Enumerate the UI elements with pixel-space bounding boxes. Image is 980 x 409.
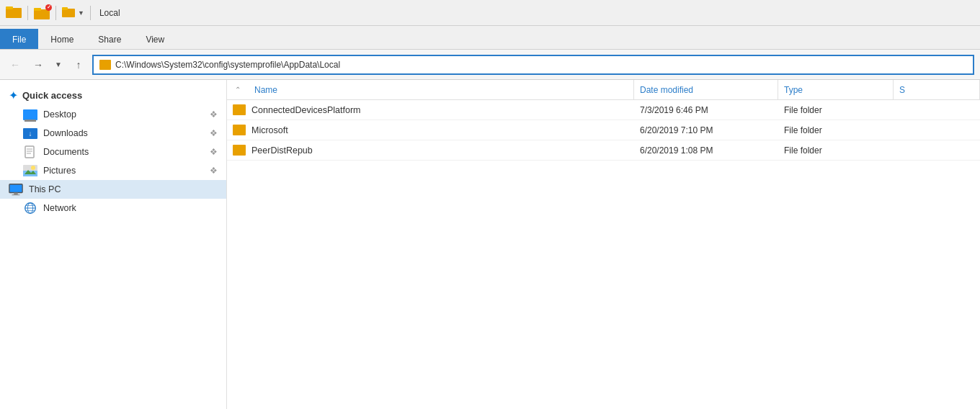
tab-file[interactable]: File: [0, 29, 38, 49]
svg-rect-2: [34, 9, 50, 19]
sidebar-item-desktop[interactable]: Desktop ❖: [0, 105, 226, 124]
folder-icon-row-0: [233, 104, 246, 115]
file-name-2: PeerDistRepub: [227, 145, 634, 156]
sidebar-item-network[interactable]: Network: [0, 199, 226, 217]
svg-rect-3: [34, 8, 41, 11]
folder-icon-1: [6, 5, 22, 20]
separator-3: [90, 6, 91, 20]
back-button[interactable]: ←: [6, 55, 24, 74]
this-pc-icon: [9, 184, 23, 195]
svg-point-13: [31, 166, 35, 170]
sidebar-item-pictures-label: Pictures: [43, 166, 204, 176]
main-content: ✦ Quick access Desktop ❖ ↓ Downloads ❖: [0, 80, 980, 409]
sort-arrow: ⌃: [227, 86, 249, 94]
tab-view[interactable]: View: [133, 29, 177, 49]
file-row-1[interactable]: Microsoft 6/20/2019 7:10 PM File folder: [227, 120, 980, 140]
svg-rect-5: [62, 7, 68, 10]
file-list: ⌃ Name Date modified Type S ConnectedDev…: [227, 80, 980, 409]
sidebar: ✦ Quick access Desktop ❖ ↓ Downloads ❖: [0, 80, 227, 409]
address-bar[interactable]: C:\Windows\System32\config\systemprofile…: [92, 55, 974, 75]
file-name-1: Microsoft: [227, 125, 634, 135]
file-row-0[interactable]: ConnectedDevicesPlatform 7/3/2019 6:46 P…: [227, 100, 980, 120]
sidebar-item-downloads-label: Downloads: [43, 128, 204, 138]
sidebar-item-documents[interactable]: Documents ❖: [0, 143, 226, 161]
separator-2: [55, 6, 56, 20]
sidebar-item-this-pc[interactable]: This PC: [0, 180, 226, 199]
file-type-0: File folder: [778, 105, 894, 115]
file-type-1: File folder: [778, 125, 894, 135]
pictures-pin-icon: ❖: [210, 166, 218, 176]
downloads-icon: ↓: [23, 127, 37, 139]
tab-home[interactable]: Home: [38, 29, 86, 49]
dropdown-arrow[interactable]: ▼: [78, 9, 84, 17]
documents-icon: [23, 146, 37, 158]
col-header-name[interactable]: Name: [249, 80, 634, 99]
file-type-2: File folder: [778, 145, 894, 156]
sidebar-item-pictures[interactable]: Pictures ❖: [0, 161, 226, 180]
folder-icon-row-1: [233, 125, 246, 135]
forward-button[interactable]: →: [29, 55, 48, 74]
documents-pin-icon: ❖: [210, 147, 218, 157]
file-row-2[interactable]: PeerDistRepub 6/20/2019 1:08 PM File fol…: [227, 140, 980, 161]
svg-rect-1: [6, 6, 13, 9]
address-folder-icon: [99, 60, 111, 70]
svg-rect-0: [6, 8, 22, 18]
separator-1: [27, 6, 28, 20]
col-header-date[interactable]: Date modified: [634, 80, 778, 99]
svg-rect-6: [25, 146, 34, 158]
address-bar-area: ← → ▼ ↑ C:\Windows\System32\config\syste…: [0, 50, 980, 80]
desktop-pin-icon: ❖: [210, 109, 218, 120]
svg-rect-14: [9, 184, 22, 193]
downloads-pin-icon: ❖: [210, 128, 218, 138]
quick-access-icon: ✦: [9, 89, 18, 102]
desktop-icon: [23, 109, 37, 120]
sidebar-item-documents-label: Documents: [43, 147, 204, 157]
file-date-0: 7/3/2019 6:46 PM: [634, 105, 778, 115]
file-date-2: 6/20/2019 1:08 PM: [634, 145, 778, 156]
history-dropdown[interactable]: ▼: [52, 55, 65, 74]
sidebar-item-this-pc-label: This PC: [29, 184, 218, 194]
up-button[interactable]: ↑: [69, 55, 88, 74]
file-name-0: ConnectedDevicesPlatform: [227, 104, 634, 115]
ribbon-tabs: File Home Share View: [0, 26, 980, 49]
col-header-type[interactable]: Type: [778, 80, 894, 99]
folder-check-icon: ✓: [34, 6, 50, 19]
network-icon: [23, 202, 37, 214]
pictures-icon: [23, 165, 37, 176]
title-text: Local: [99, 8, 120, 18]
address-text: C:\Windows\System32\config\systemprofile…: [115, 60, 967, 70]
sidebar-item-network-label: Network: [43, 203, 218, 213]
sidebar-item-desktop-label: Desktop: [43, 109, 204, 120]
col-header-size[interactable]: S: [894, 80, 980, 99]
folder-icon-row-2: [233, 145, 246, 156]
folder-icon-2: [62, 6, 75, 19]
quick-access-label: Quick access: [22, 90, 82, 101]
file-list-header: ⌃ Name Date modified Type S: [227, 80, 980, 100]
svg-rect-15: [14, 193, 17, 195]
tab-share[interactable]: Share: [86, 29, 133, 49]
title-bar: ✓ ▼ Local: [0, 0, 980, 26]
file-date-1: 6/20/2019 7:10 PM: [634, 125, 778, 135]
ribbon: File Home Share View: [0, 26, 980, 50]
svg-rect-16: [12, 194, 20, 195]
sidebar-item-downloads[interactable]: ↓ Downloads ❖: [0, 124, 226, 143]
quick-access-header[interactable]: ✦ Quick access: [0, 83, 226, 105]
